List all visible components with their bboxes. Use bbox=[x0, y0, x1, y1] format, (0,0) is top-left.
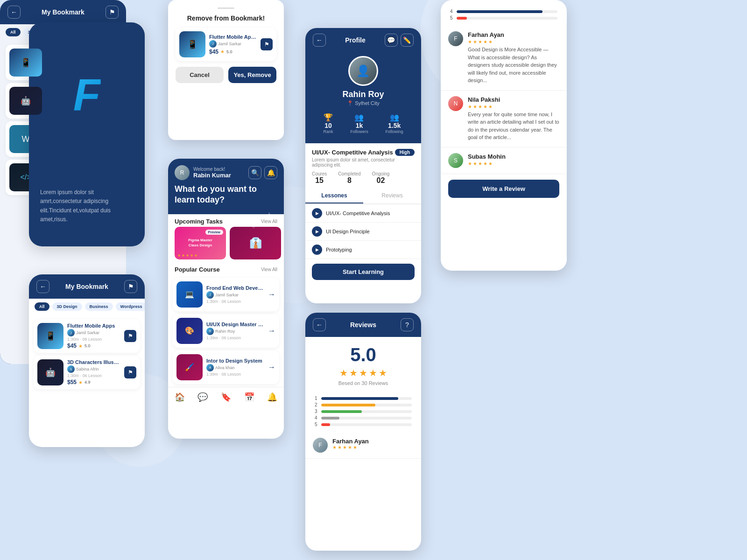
course-meta: 1:39m · 06 Lesson bbox=[206, 372, 264, 377]
completed-label: Completed bbox=[338, 171, 360, 176]
filter-business[interactable]: Business bbox=[85, 302, 113, 311]
author-avatar: J bbox=[67, 329, 75, 336]
bookmark-btn[interactable]: ⚑ bbox=[261, 38, 273, 50]
task-card-2[interactable]: 👔 bbox=[230, 227, 281, 259]
tab-reviews[interactable]: Reviews bbox=[363, 189, 421, 203]
filter-3d[interactable]: 3D Design bbox=[52, 302, 82, 311]
modal-title: Remove from Bookmark! bbox=[176, 14, 276, 22]
reviews-title: Reviews bbox=[350, 321, 376, 329]
play-button[interactable]: ▶ bbox=[312, 245, 322, 255]
course-thumbnail: 🖌️ bbox=[176, 354, 203, 380]
task-card-1[interactable]: Figma MasterClass Design Preview ★★★★★ bbox=[175, 227, 226, 259]
back-button[interactable]: ← bbox=[313, 318, 326, 331]
arrow-icon[interactable]: → bbox=[268, 290, 275, 299]
play-button[interactable]: ▶ bbox=[312, 226, 322, 237]
reviewer-stars: ★★★★★ bbox=[468, 39, 559, 44]
bar-bg bbox=[321, 410, 412, 413]
rating-value: 5.0 bbox=[85, 343, 91, 348]
lesson-title: UI/UX- Competitive Analysis bbox=[326, 210, 390, 216]
back-button[interactable]: ← bbox=[313, 34, 326, 47]
rating-value: 5.0 bbox=[226, 49, 233, 54]
reviewer-details: Farhan Ayan ★★★★★ bbox=[332, 438, 369, 453]
rating-bar-row: 4 bbox=[450, 9, 557, 14]
reviewer-stars: ★★★★★ bbox=[468, 161, 559, 166]
help-button[interactable]: ? bbox=[401, 318, 414, 331]
course-author: J Jamil Sarkar bbox=[209, 40, 257, 48]
back-button[interactable]: ← bbox=[36, 280, 49, 293]
bookmark-icon-btn[interactable]: ⚑ bbox=[106, 6, 119, 19]
reviewer-avatar: F bbox=[448, 31, 463, 46]
task-stars: ★★★★★ bbox=[177, 253, 197, 258]
course-meta: 1:30m · 06 Lesson bbox=[67, 337, 120, 342]
tab-notification[interactable]: 🔔 bbox=[267, 392, 277, 402]
intro-description: Lorem ipsum dolor sit amrt,consectetur a… bbox=[40, 188, 134, 224]
app-logo: F bbox=[73, 69, 101, 120]
notification-button[interactable]: 🔔 bbox=[264, 166, 277, 179]
bookmark-icon-btn[interactable]: ⚑ bbox=[124, 280, 137, 293]
tab-lessons[interactable]: Lessones bbox=[305, 189, 363, 203]
tab-bookmark[interactable]: 🔖 bbox=[221, 392, 231, 402]
stat-following: 👥 1.5k Following bbox=[386, 113, 403, 134]
bar-label: 5 bbox=[450, 15, 454, 21]
course-price: $45 bbox=[67, 343, 77, 349]
bookmark-btn[interactable]: ⚑ bbox=[124, 330, 136, 342]
rating-summary: 5.0 ★ ★ ★ ★ ★ Besed on 30 Reviews bbox=[305, 337, 421, 391]
bookmark-title: My Bookmark bbox=[65, 283, 108, 290]
user-avatar: R bbox=[175, 165, 190, 180]
message-button[interactable]: 💬 bbox=[385, 34, 398, 47]
course-info: Intor to Design System A Aliva khan 1:39… bbox=[206, 358, 264, 377]
arrow-icon[interactable]: → bbox=[268, 363, 275, 371]
filter-all[interactable]: All bbox=[35, 302, 49, 311]
course-author: R Rahin Roy bbox=[206, 328, 264, 335]
profile-avatar: 👤 bbox=[348, 56, 378, 86]
confirm-remove-button[interactable]: Yes, Remove bbox=[228, 67, 276, 83]
greeting-text: Welcome back! bbox=[193, 167, 231, 172]
lessons-list: ▶ UI/UX- Competitive Analysis ▶ UI Desig… bbox=[305, 204, 421, 259]
difficulty-badge: High bbox=[395, 149, 415, 156]
arrow-icon[interactable]: → bbox=[268, 327, 275, 335]
play-button[interactable]: ▶ bbox=[312, 208, 322, 218]
course-info: UI/UX Design Master System R Rahin Roy 1… bbox=[206, 322, 264, 340]
dashboard-header: R Welcome back! Rabin Kumar 🔍 🔔 What do … bbox=[168, 159, 284, 214]
reviewer-details: Nila Pakshi ★★★★★ Every year for quite s… bbox=[468, 96, 559, 141]
bar-fill bbox=[321, 404, 375, 406]
course-title: UI/UX Design Master System bbox=[206, 322, 264, 327]
search-button[interactable]: 🔍 bbox=[248, 166, 261, 179]
write-review-button[interactable]: Write a Review bbox=[448, 180, 559, 198]
tab-chat[interactable]: 💬 bbox=[197, 392, 208, 402]
cancel-button[interactable]: Cancel bbox=[176, 67, 224, 83]
following-label: Following bbox=[386, 129, 403, 134]
bookmark-btn[interactable]: ⚑ bbox=[124, 366, 136, 378]
bookmark-course-list: 📱 Flutter Mobile Apps J Jamil Sarkar 1:3… bbox=[29, 315, 145, 394]
reviewer-name: Farhan Ayan bbox=[468, 31, 559, 38]
reviewer-details: Subas Mohin ★★★★★ bbox=[468, 153, 559, 168]
edit-button[interactable]: ✏️ bbox=[401, 34, 414, 47]
popular-course-section: Popular Course View All bbox=[168, 262, 284, 275]
ongoing-label: Ongoing bbox=[372, 171, 390, 176]
courses-label: Coures bbox=[312, 171, 327, 176]
view-all-popular[interactable]: View All bbox=[261, 267, 277, 272]
filter-all[interactable]: All bbox=[6, 28, 21, 36]
course-title: Flutter Mobile Apps bbox=[209, 34, 257, 40]
lesson-title: UI Design Principle bbox=[326, 229, 370, 234]
course-author: A Aliva khan bbox=[206, 364, 264, 371]
course-author: J Jamil Sarkar bbox=[67, 329, 120, 336]
tab-home[interactable]: 🏠 bbox=[175, 392, 185, 402]
bar-fill bbox=[321, 410, 362, 413]
bar-label: 5 bbox=[315, 422, 318, 427]
rating-stars: ★ ★ ★ ★ ★ bbox=[312, 367, 415, 378]
back-button[interactable]: ← bbox=[7, 6, 21, 19]
course-author: J Jamil Sarkar bbox=[206, 291, 264, 299]
tab-calendar[interactable]: 📅 bbox=[244, 392, 254, 402]
reviewer-name: Subas Mohin bbox=[468, 153, 559, 160]
phone-reviews-large: 4 5 F Farhan Ayan ★★★★★ Good Design is M… bbox=[441, 0, 567, 271]
course-price: $55 bbox=[67, 379, 77, 385]
profile-title: Profile bbox=[345, 36, 366, 44]
profile-course-section: UI/UX- Competitive Analysis High Lorem i… bbox=[305, 143, 421, 189]
start-learning-button[interactable]: Start Learning bbox=[312, 264, 415, 280]
reviewer-name: Nila Pakshi bbox=[468, 96, 559, 103]
review-item: F Farhan Ayan ★★★★★ bbox=[305, 432, 421, 459]
course-meta: 1:39m · 06 Lesson bbox=[206, 336, 264, 340]
filter-wp[interactable]: Wordpress bbox=[116, 302, 145, 311]
rating-star: ★ bbox=[78, 343, 83, 349]
